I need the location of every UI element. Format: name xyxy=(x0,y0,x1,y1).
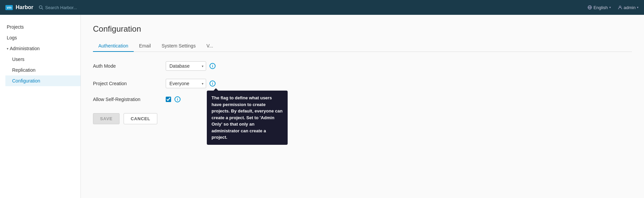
topnav-right: English ▾ admin ▾ xyxy=(587,5,639,10)
tab-email-label: Email xyxy=(139,43,151,48)
page-title: Configuration xyxy=(93,24,632,34)
config-tabs: Authentication Email System Settings V..… xyxy=(93,40,632,52)
main-layout: Projects Logs ▾ Administration Users Rep… xyxy=(0,15,644,198)
tab-authentication[interactable]: Authentication xyxy=(93,40,134,52)
allow-self-reg-label: Allow Self-Registration xyxy=(93,97,160,102)
allow-self-reg-info-symbol: i xyxy=(177,97,178,101)
project-creation-info-symbol: i xyxy=(212,81,213,86)
lang-chevron-icon: ▾ xyxy=(609,6,611,9)
project-creation-row: Project Creation Everyone Admin Only ▾ i… xyxy=(93,79,632,88)
sidebar-item-users[interactable]: Users xyxy=(5,54,80,65)
tab-system-settings-label: System Settings xyxy=(162,43,196,48)
search-input[interactable] xyxy=(45,5,147,10)
allow-self-reg-info-icon[interactable]: i xyxy=(174,96,181,102)
search-bar[interactable] xyxy=(39,5,147,10)
app-title: Harbor xyxy=(15,4,33,10)
admin-chevron-icon: ▾ xyxy=(7,47,8,51)
project-creation-info-icon[interactable]: i The flag to define what users have per… xyxy=(210,80,216,87)
main-content: Configuration Authentication Email Syste… xyxy=(81,15,644,198)
sidebar-item-configuration[interactable]: Configuration xyxy=(5,75,80,86)
globe-icon xyxy=(587,5,592,10)
top-navbar: vm Harbor English ▾ admin ▾ xyxy=(0,0,644,15)
auth-mode-info-icon[interactable]: i xyxy=(210,63,216,69)
sidebar-item-projects[interactable]: Projects xyxy=(0,22,80,32)
allow-self-reg-checkbox-wrapper xyxy=(166,97,171,102)
project-creation-select[interactable]: Everyone Admin Only xyxy=(166,79,206,88)
cancel-button[interactable]: CANCEL xyxy=(124,113,157,124)
svg-line-1 xyxy=(42,8,43,9)
tab-v-label: V... xyxy=(206,43,213,48)
auth-mode-info-symbol: i xyxy=(212,64,213,68)
auth-mode-row: Auth Mode Database LDAP OIDC ▾ i xyxy=(93,61,632,71)
user-icon xyxy=(618,5,622,10)
app-logo[interactable]: vm Harbor xyxy=(5,4,33,10)
language-label: English xyxy=(593,5,608,10)
project-creation-control: Everyone Admin Only ▾ i The flag to defi… xyxy=(166,79,216,88)
sidebar-item-logs[interactable]: Logs xyxy=(0,32,80,43)
vm-icon: vm xyxy=(5,5,13,10)
auth-mode-control: Database LDAP OIDC ▾ i xyxy=(166,61,216,71)
language-selector[interactable]: English ▾ xyxy=(587,5,611,10)
save-button[interactable]: SAVE xyxy=(93,113,120,124)
sidebar-projects-label: Projects xyxy=(7,24,24,30)
allow-self-reg-checkbox[interactable] xyxy=(166,97,171,102)
user-menu[interactable]: admin ▾ xyxy=(618,5,639,10)
allow-self-reg-control: i xyxy=(166,96,181,102)
user-label: admin xyxy=(624,5,636,10)
project-creation-select-wrapper: Everyone Admin Only ▾ xyxy=(166,79,206,88)
tab-system-settings[interactable]: System Settings xyxy=(156,40,201,52)
sidebar-replication-label: Replication xyxy=(12,67,35,73)
sidebar-configuration-label: Configuration xyxy=(12,78,40,84)
project-creation-label: Project Creation xyxy=(93,81,160,86)
sidebar-users-label: Users xyxy=(12,57,25,62)
form-buttons: SAVE CANCEL xyxy=(93,113,632,124)
sidebar-administration-toggle[interactable]: ▾ Administration xyxy=(0,43,80,54)
sidebar-logs-label: Logs xyxy=(7,35,17,40)
sidebar: Projects Logs ▾ Administration Users Rep… xyxy=(0,15,81,198)
auth-mode-select[interactable]: Database LDAP OIDC xyxy=(166,61,206,71)
auth-mode-label: Auth Mode xyxy=(93,63,160,69)
tab-authentication-label: Authentication xyxy=(98,43,128,48)
sidebar-administration-label: Administration xyxy=(10,46,40,51)
auth-mode-select-wrapper: Database LDAP OIDC ▾ xyxy=(166,61,206,71)
sidebar-item-replication[interactable]: Replication xyxy=(5,65,80,75)
allow-self-reg-row: Allow Self-Registration i xyxy=(93,96,632,102)
user-chevron-icon: ▾ xyxy=(637,6,639,9)
tab-v[interactable]: V... xyxy=(201,40,219,52)
tab-email[interactable]: Email xyxy=(134,40,156,52)
sidebar-admin-children: Users Replication Configuration xyxy=(0,54,80,86)
search-icon xyxy=(39,5,43,10)
